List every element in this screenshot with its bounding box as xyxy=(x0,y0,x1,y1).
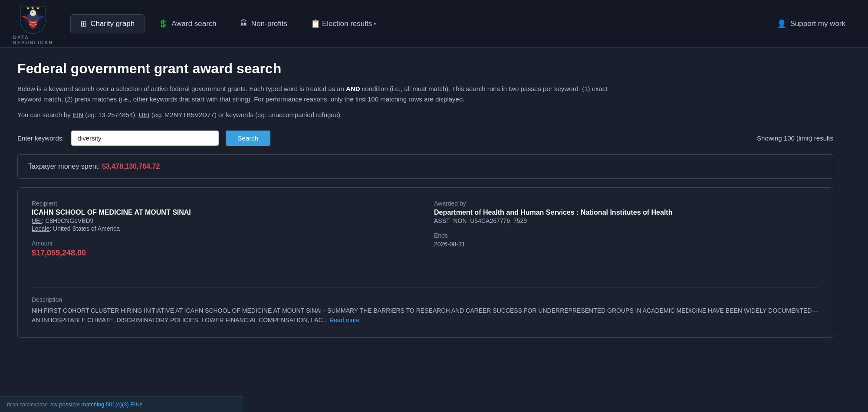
search-label: Enter keywords: xyxy=(17,134,64,142)
main-nav: ⊞ Charity graph 💲 Award search 🏛 Non-pro… xyxy=(70,14,855,33)
card-grid: Recipient ICAHN SCHOOL OF MEDICINE AT MO… xyxy=(32,200,819,325)
awarded-section: Awarded by Department of Health and Huma… xyxy=(434,200,819,258)
support-icon: 👤 xyxy=(777,19,786,29)
nav-item-charity-graph[interactable]: ⊞ Charity graph xyxy=(70,14,145,33)
logo-text: DATAREPUBLICAN xyxy=(13,35,53,45)
logo-icon: ★ ★ ★ xyxy=(17,3,49,34)
results-count: Showing 100 (limit) results xyxy=(757,134,833,142)
bottom-bar: rican.com/expose ow possible matching 50… xyxy=(0,396,243,412)
nav-item-support[interactable]: 👤 Support my work xyxy=(767,15,855,33)
uei-label: UEI xyxy=(32,217,42,224)
nav-label-charity-graph: Charity graph xyxy=(90,20,135,28)
search-button[interactable]: Search xyxy=(226,131,271,146)
svg-point-4 xyxy=(32,11,33,13)
header: ★ ★ ★ DATAREPUBLICAN ⊞ Charity graph 💲 xyxy=(0,0,868,48)
main-content: Federal government grant award search Be… xyxy=(0,48,851,351)
ends-label: Ends xyxy=(434,232,819,239)
result-card: Recipient ICAHN SCHOOL OF MEDICINE AT MO… xyxy=(17,187,833,338)
awarded-by-value: Department of Health and Human Services … xyxy=(434,209,819,216)
award-id: ASST_NON_U54CA267776_7529 xyxy=(434,217,819,224)
nav-label-non-profits: Non-profits xyxy=(251,20,287,28)
search-input[interactable] xyxy=(71,131,219,146)
locale-value: United States of America xyxy=(53,225,120,232)
awarded-by-label: Awarded by xyxy=(434,200,819,207)
url-label: rican.com/expose xyxy=(7,402,48,408)
card-divider xyxy=(32,287,819,288)
uei-row: UEI: C8H9CNG1VBD9 xyxy=(32,217,417,224)
taxpayer-label: Taxpayer money spent: xyxy=(28,163,100,170)
amount-value: $17,059,248.00 xyxy=(32,249,417,258)
taxpayer-amount: $3,478,130,764.72 xyxy=(102,163,160,170)
search-row: Enter keywords: Search Showing 100 (limi… xyxy=(17,131,833,146)
read-more-link[interactable]: Read more xyxy=(329,317,359,324)
amount-label: Amount xyxy=(32,240,417,247)
desc-text-1: Below is a keyword search over a selecti… xyxy=(17,85,346,92)
taxpayer-box: Taxpayer money spent: $3,478,130,764.72 xyxy=(17,154,833,179)
logo-area: ★ ★ ★ DATAREPUBLICAN xyxy=(13,3,53,45)
ends-value: 2026-08-31 xyxy=(434,241,819,248)
election-results-icon: 📋 xyxy=(311,19,320,29)
desc-content: NIH FIRST COHORT CLUSTER HIRING INITIATI… xyxy=(32,307,818,324)
non-profits-icon: 🏛 xyxy=(240,19,248,28)
recipient-label: Recipient xyxy=(32,200,417,207)
svg-text:★ ★ ★: ★ ★ ★ xyxy=(26,6,40,10)
uei-link[interactable]: UEI xyxy=(139,111,150,118)
charity-graph-icon: ⊞ xyxy=(80,19,87,29)
desc-text: NIH FIRST COHORT CLUSTER HIRING INITIATI… xyxy=(32,306,819,325)
recipient-name: ICAHN SCHOOL OF MEDICINE AT MOUNT SINAI xyxy=(32,209,417,216)
locale-row: Locale: United States of America xyxy=(32,225,417,232)
award-search-icon: 💲 xyxy=(158,19,168,29)
description-section: Description NIH FIRST COHORT CLUSTER HIR… xyxy=(32,278,819,325)
desc-label: Description xyxy=(32,296,819,303)
description-2: You can search by EIN (eg: 13-2574854), … xyxy=(17,110,625,120)
uei-value: C8H9CNG1VBD9 xyxy=(45,217,93,224)
chevron-down-icon: ▾ xyxy=(374,21,376,27)
nav-item-election-results[interactable]: 📋 Election results ▾ xyxy=(301,15,386,33)
nav-label-support: Support my work xyxy=(790,20,845,28)
ein-link[interactable]: EIN xyxy=(72,111,83,118)
page-title: Federal government grant award search xyxy=(17,61,833,77)
description-1: Below is a keyword search over a selecti… xyxy=(17,84,625,105)
and-emphasis: AND xyxy=(346,85,360,92)
nav-item-award-search[interactable]: 💲 Award search xyxy=(149,15,226,33)
nav-item-non-profits[interactable]: 🏛 Non-profits xyxy=(230,15,297,33)
nav-label-election-results: Election results xyxy=(322,20,372,28)
recipient-section: Recipient ICAHN SCHOOL OF MEDICINE AT MO… xyxy=(32,200,417,258)
locale-label: Locale xyxy=(32,225,49,232)
bottom-bar-link[interactable]: ow possible matching 501(c)(3) EINs xyxy=(50,401,142,408)
nav-label-award-search: Award search xyxy=(171,20,217,28)
